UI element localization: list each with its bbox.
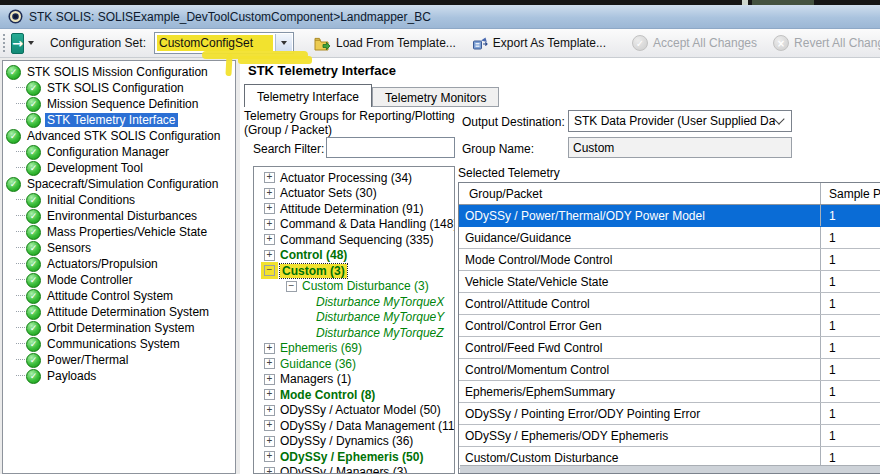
- horizontal-scrollbar[interactable]: [460, 465, 880, 473]
- group-tree-item[interactable]: +Command & Data Handling (148): [254, 217, 454, 233]
- cell-group-packet: Mode Control/Mode Control: [459, 249, 820, 270]
- tree-expander-icon[interactable]: +: [264, 405, 275, 416]
- tree-expander-icon[interactable]: +: [264, 203, 275, 214]
- tree-item[interactable]: ✓Configuration Manager: [3, 144, 235, 160]
- tree-item-label: Communications System: [45, 337, 182, 351]
- tree-item[interactable]: ✓Power/Thermal: [3, 352, 235, 368]
- tree-item[interactable]: ✓STK Telemetry Interface: [3, 112, 235, 128]
- load-from-template-label: Load From Template...: [336, 36, 456, 50]
- group-tree-item[interactable]: +Actuator Processing (34): [254, 170, 454, 186]
- group-tree-item[interactable]: +ODySSy / Dynamics (36): [254, 434, 454, 450]
- tree-expander-icon[interactable]: +: [264, 343, 275, 354]
- group-tree-item[interactable]: +Guidance (36): [254, 356, 454, 372]
- tree-expander-icon[interactable]: +: [264, 358, 275, 369]
- group-tree-item[interactable]: +ODySSy / Managers (3): [254, 465, 454, 474]
- tree-item[interactable]: ✓STK SOLIS Configuration: [3, 80, 235, 96]
- tree-item-label: STK SOLIS Configuration: [45, 81, 186, 95]
- tree-item[interactable]: ✓Development Tool: [3, 160, 235, 176]
- table-row[interactable]: ODySSy / Ephemeris/ODY Ephemeris1: [459, 425, 880, 447]
- tree-expander-icon[interactable]: +: [264, 188, 275, 199]
- groups-caption-line1: Telemetry Groups for Reporting/Plotting: [244, 109, 455, 123]
- tree-item[interactable]: ✓STK SOLIS Mission Configuration: [3, 64, 235, 80]
- tree-expander-icon[interactable]: +: [264, 172, 275, 183]
- group-tree-item[interactable]: +ODySSy / Data Management (11): [254, 418, 454, 434]
- run-dropdown-button[interactable]: [28, 34, 34, 53]
- combobox-dropdown-button[interactable]: [275, 34, 292, 52]
- tree-expander-icon[interactable]: +: [264, 219, 275, 230]
- group-tree-item[interactable]: −Custom (3): [254, 263, 454, 279]
- group-tree-item[interactable]: +Mode Control (8): [254, 387, 454, 403]
- tree-expander-icon[interactable]: −: [264, 265, 275, 276]
- tree-item[interactable]: ✓Spacecraft/Simulation Configuration: [3, 176, 235, 192]
- tree-item-label: Configuration Manager: [45, 145, 171, 159]
- tree-expander-icon[interactable]: +: [264, 234, 275, 245]
- table-row[interactable]: ODySSy / Power/Thermal/ODY Power Model1: [459, 205, 880, 227]
- column-header-group-packet[interactable]: Group/Packet: [459, 183, 820, 204]
- tree-item-label: Environmental Disturbances: [45, 209, 199, 223]
- table-row[interactable]: Ephemeris/EphemSummary1: [459, 381, 880, 403]
- revert-all-changes-button[interactable]: × Revert All Changes: [767, 33, 880, 53]
- run-arrow-icon: →: [12, 37, 23, 50]
- tree-item[interactable]: ✓Environmental Disturbances: [3, 208, 235, 224]
- group-tree-item[interactable]: +ODySSy / Ephemeris (50): [254, 449, 454, 465]
- group-tree-item[interactable]: +Managers (1): [254, 372, 454, 388]
- search-filter-input[interactable]: [326, 137, 455, 158]
- tree-item[interactable]: ✓Attitude Determination System: [3, 304, 235, 320]
- tab-telemetry-interface[interactable]: Telemetry Interface: [244, 84, 372, 107]
- tree-item[interactable]: ✓Advanced STK SOLIS Configuration: [3, 128, 235, 144]
- group-tree-item[interactable]: +Control (48): [254, 248, 454, 264]
- tree-expander-icon[interactable]: +: [264, 420, 275, 431]
- load-from-template-button[interactable]: Load From Template...: [308, 34, 462, 53]
- tree-expander-icon[interactable]: +: [264, 451, 275, 462]
- output-destination-label: Output Destination:: [462, 115, 565, 129]
- group-name-input[interactable]: [568, 137, 792, 158]
- tree-expander-icon[interactable]: +: [264, 436, 275, 447]
- group-tree-item[interactable]: +Actuator Sets (30): [254, 186, 454, 202]
- group-tree-item[interactable]: −Custom Disturbance (3): [254, 279, 454, 295]
- column-header-sample-period[interactable]: Sample Period: [820, 183, 880, 204]
- tree-item[interactable]: ✓Mode Controller: [3, 272, 235, 288]
- tree-item[interactable]: ✓Initial Conditions: [3, 192, 235, 208]
- table-row[interactable]: Control/Control Error Gen1: [459, 315, 880, 337]
- tree-item[interactable]: ✓Communications System: [3, 336, 235, 352]
- tree-item[interactable]: ✓Attitude Control System: [3, 288, 235, 304]
- table-row[interactable]: Mode Control/Mode Control1: [459, 249, 880, 271]
- table-row[interactable]: Control/Feed Fwd Control1: [459, 337, 880, 359]
- output-destination-value: STK Data Provider (User Supplied Data): [569, 114, 775, 128]
- group-tree-item[interactable]: +Ephemeris (69): [254, 341, 454, 357]
- tree-item[interactable]: ✓Mass Properties/Vehicle State: [3, 224, 235, 240]
- green-check-icon: ✓: [26, 225, 41, 240]
- accept-all-changes-button[interactable]: ✓ Accept All Changes: [626, 33, 763, 53]
- group-tree-item[interactable]: +Command Sequencing (335): [254, 232, 454, 248]
- cell-group-packet: ODySSy / Ephemeris/ODY Ephemeris: [459, 425, 820, 446]
- output-destination-combobox[interactable]: STK Data Provider (User Supplied Data): [568, 110, 792, 132]
- run-button[interactable]: →: [11, 33, 24, 54]
- tree-item[interactable]: ✓Sensors: [3, 240, 235, 256]
- green-check-icon: ✓: [26, 257, 41, 272]
- tree-expander-icon[interactable]: +: [264, 374, 275, 385]
- group-tree-label: Command Sequencing (335): [280, 233, 433, 247]
- group-tree-item[interactable]: Disturbance MyTorqueY: [254, 310, 454, 326]
- group-tree-item[interactable]: +Attitude Determination (91): [254, 201, 454, 217]
- table-row[interactable]: Control/Momentum Control1: [459, 359, 880, 381]
- tree-expander-icon[interactable]: +: [264, 389, 275, 400]
- cell-sample-period: 1: [820, 337, 880, 358]
- tree-expander-icon[interactable]: −: [286, 281, 297, 292]
- table-row[interactable]: ODySSy / Pointing Error/ODY Pointing Err…: [459, 403, 880, 425]
- export-as-template-button[interactable]: Export As Template...: [466, 34, 612, 53]
- tree-expander-icon[interactable]: +: [264, 467, 275, 474]
- tree-item[interactable]: ✓Mission Sequence Definition: [3, 96, 235, 112]
- table-row[interactable]: Control/Attitude Control1: [459, 293, 880, 315]
- table-row[interactable]: Vehicle State/Vehicle State1: [459, 271, 880, 293]
- tab-telemetry-monitors[interactable]: Telemetry Monitors: [372, 87, 499, 107]
- tree-item[interactable]: ✓Actuators/Propulsion: [3, 256, 235, 272]
- tree-expander-icon[interactable]: +: [264, 250, 275, 261]
- tree-item[interactable]: ✓Orbit Determination System: [3, 320, 235, 336]
- chevron-down-icon: [28, 41, 34, 45]
- tree-item[interactable]: ✓Payloads: [3, 368, 235, 384]
- group-tree-item[interactable]: Disturbance MyTorqueX: [254, 294, 454, 310]
- toolbar-grip[interactable]: [3, 34, 5, 52]
- table-row[interactable]: Guidance/Guidance1: [459, 227, 880, 249]
- group-tree-item[interactable]: +ODySSy / Actuator Model (50): [254, 403, 454, 419]
- group-tree-item[interactable]: Disturbance MyTorqueZ: [254, 325, 454, 341]
